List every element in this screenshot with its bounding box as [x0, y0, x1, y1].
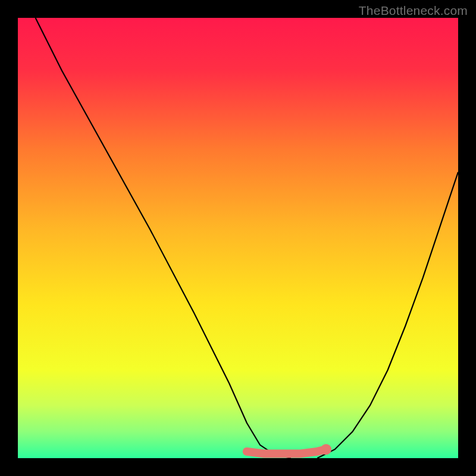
right-curve [317, 172, 458, 458]
chart-area [18, 18, 458, 458]
left-curve [36, 18, 291, 458]
attribution-text: TheBottleneck.com [359, 4, 468, 18]
bottom-marker-band [247, 449, 326, 453]
chart-curves [18, 18, 458, 458]
marker-point [321, 444, 331, 455]
